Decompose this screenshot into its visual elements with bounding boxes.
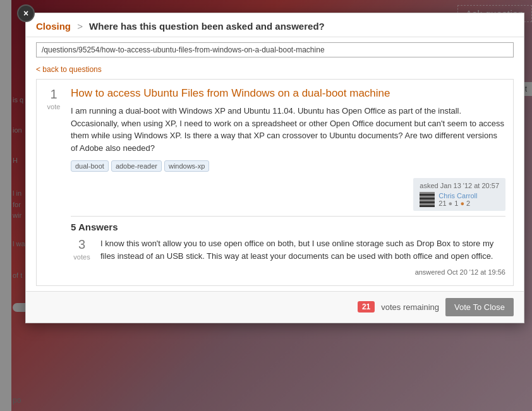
question-title[interactable]: How to access Ubuntu Files from Windows … [71,87,505,100]
tag-windows-xp[interactable]: windows-xp [164,160,209,172]
votes-remaining-label: votes remaining [381,302,439,312]
vote-label: vote [47,103,61,110]
votes-remaining-badge: 21 [358,301,375,313]
bronze-badge-icon: ● [460,200,464,207]
asked-info: asked Jan 13 '12 at 20:57 Chris Carroll … [71,178,505,211]
question-body: I am running a dual-boot with Windows XP… [71,105,505,154]
question-main-content: How to access Ubuntu Files from Windows … [71,87,505,278]
modal-title: Closing > Where has this question been a… [36,21,514,32]
tag-dual-boot[interactable]: dual-boot [71,160,109,172]
answer-vote-count: 3 votes [71,237,93,278]
answered-date: answered Oct 20 '12 at 19:56 [415,268,505,276]
bronze-badge-count: 2 [466,200,470,207]
modal-footer: 21 votes remaining Vote To Close [26,291,524,323]
modal-heading-text: Where has this question been asked and a… [89,21,325,32]
title-separator: > [77,21,83,32]
user-rep: 21 [438,200,446,207]
answer-body: I know this won't allow you to use open … [100,237,505,278]
question-vote-count: 1 vote [44,87,63,111]
closing-label: Closing [36,21,71,32]
answer-item: 3 votes I know this won't allow you to u… [71,237,505,278]
user-details: Chris Carroll 21 ● 1 ● 2 [438,192,477,207]
answer-vote-number: 3 [71,237,93,252]
modal-header: Closing > Where has this question been a… [26,13,524,37]
answer-body-text: I know this won't allow you to use open … [100,239,493,261]
content-divider [71,216,505,217]
user-name[interactable]: Chris Carroll [438,192,477,200]
question-tags: dual-boot adobe-reader windows-xp [71,160,505,172]
avatar [420,192,435,207]
close-icon: × [23,8,28,18]
question-vote-section: 1 vote How to access Ubuntu Files from W… [44,87,505,278]
vote-number: 1 [44,87,63,102]
asked-box: asked Jan 13 '12 at 20:57 Chris Carroll … [413,178,505,211]
answered-info: answered Oct 20 '12 at 19:56 [100,267,505,278]
question-content-box: 1 vote How to access Ubuntu Files from W… [36,79,514,286]
answer-vote-label: votes [73,253,90,261]
back-to-questions-link[interactable]: < back to questions [36,65,102,74]
user-badges: 21 ● 1 ● 2 [438,200,477,207]
tag-adobe-reader[interactable]: adobe-reader [111,160,162,172]
vote-to-close-button[interactable]: Vote To Close [445,298,514,316]
silver-badge-icon: ● [449,200,453,207]
asked-date: asked Jan 13 '12 at 20:57 [420,182,499,189]
close-button[interactable]: × [17,4,35,22]
answers-count-label: 5 Answers [71,222,118,232]
answers-heading: 5 Answers [71,222,505,232]
question-url: /questions/95254/how-to-access-ubuntu-fi… [36,42,514,57]
question-body-text: I am running a dual-boot with Windows XP… [71,106,504,153]
silver-badge-count: 1 [454,200,458,207]
closing-modal: × Closing > Where has this question been… [25,13,524,323]
user-info: Chris Carroll 21 ● 1 ● 2 [420,192,499,207]
